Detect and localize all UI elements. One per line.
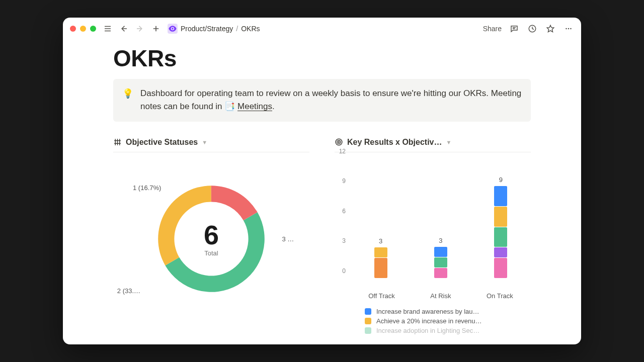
favorite-icon[interactable] xyxy=(545,23,556,34)
target-icon xyxy=(335,138,343,146)
legend-item[interactable]: Increase brand awareness by lau… xyxy=(365,307,531,316)
bar-total-label: 9 xyxy=(499,176,503,184)
new-page-button[interactable] xyxy=(150,23,162,34)
app-window: Product/Strategy / OKRs Share OKRs 💡 xyxy=(63,18,581,344)
bar-segment[interactable] xyxy=(374,247,387,257)
bar-x-labels: Off TrackAt RiskOn Track xyxy=(351,292,531,300)
donut-total-label: Total xyxy=(204,249,219,256)
view-icon xyxy=(113,138,122,146)
legend-swatch xyxy=(365,308,371,315)
page-title: OKRs xyxy=(113,45,531,72)
legend-swatch xyxy=(365,327,371,334)
bar-segment[interactable] xyxy=(434,247,447,257)
svg-point-12 xyxy=(568,28,570,30)
window-close-icon[interactable] xyxy=(70,26,76,32)
forward-button[interactable] xyxy=(134,23,145,34)
breadcrumb-current[interactable]: OKRs xyxy=(241,25,260,33)
bar-segment[interactable] xyxy=(434,268,447,278)
bar-total-label: 3 xyxy=(439,237,442,244)
bar-chart[interactable]: 036912 339 xyxy=(335,158,531,289)
topbar-right: Share xyxy=(483,23,574,34)
bar-segment[interactable] xyxy=(434,257,447,267)
updates-icon[interactable] xyxy=(527,23,538,34)
dashboard-columns: Objective Statuses ▼ 6 Total 3 …2 (33.…1… xyxy=(113,138,531,335)
legend-label: Increase brand awareness by lau… xyxy=(376,308,479,315)
chevron-down-icon: ▼ xyxy=(202,139,207,145)
y-tick: 6 xyxy=(342,208,346,215)
legend-item[interactable]: Increase adoption in Lighting Sec… xyxy=(365,326,531,335)
share-button[interactable]: Share xyxy=(483,25,502,33)
more-icon[interactable] xyxy=(563,23,574,34)
bar-segment[interactable] xyxy=(494,227,507,247)
window-controls xyxy=(70,26,96,32)
svg-point-21 xyxy=(338,142,339,143)
bar-total-label: 3 xyxy=(379,237,382,245)
key-results-panel: Key Results x Objectiv… ▼ 036912 339 Off… xyxy=(335,138,531,335)
bar-column[interactable]: 9 xyxy=(494,186,507,278)
hamburger-icon[interactable] xyxy=(102,23,113,34)
bar-segment[interactable] xyxy=(374,258,387,278)
page-icon xyxy=(168,24,178,34)
donut-chart[interactable]: 6 Total 3 …2 (33.…1 (16.7%) xyxy=(113,158,309,319)
comments-icon[interactable] xyxy=(509,23,520,34)
legend-item[interactable]: Achieve a 20% increase in revenu… xyxy=(365,316,531,326)
objective-statuses-header[interactable]: Objective Statuses ▼ xyxy=(113,138,309,152)
svg-point-11 xyxy=(566,28,567,30)
lightbulb-icon: 💡 xyxy=(122,87,133,114)
view-title-text: Key Results x Objectiv… xyxy=(347,138,442,147)
page-body: OKRs 💡 Dashboard for operating team to r… xyxy=(63,40,581,344)
svg-point-13 xyxy=(570,28,572,30)
breadcrumb: Product/Strategy / OKRs xyxy=(168,24,260,34)
key-results-header[interactable]: Key Results x Objectiv… ▼ xyxy=(335,138,531,152)
breadcrumb-parent[interactable]: Product/Strategy xyxy=(181,25,233,33)
back-button[interactable] xyxy=(118,23,129,34)
y-tick: 12 xyxy=(339,148,346,155)
callout-text: Dashboard for operating team to review o… xyxy=(140,87,522,114)
bar-column[interactable]: 3 xyxy=(434,246,447,278)
donut-slice-label: 1 (16.7%) xyxy=(133,184,161,192)
breadcrumb-separator: / xyxy=(236,25,238,33)
svg-point-19 xyxy=(336,139,342,145)
bar-segment[interactable] xyxy=(494,186,507,206)
callout-body: Dashboard for operating team to review o… xyxy=(140,88,521,111)
donut-slice-label: 2 (33.… xyxy=(117,287,140,295)
y-tick: 9 xyxy=(342,177,346,185)
bar-column[interactable]: 3 xyxy=(374,247,387,278)
topbar: Product/Strategy / OKRs Share xyxy=(63,18,581,40)
meetings-link[interactable]: Meetings xyxy=(237,102,272,111)
x-tick-label: Off Track xyxy=(368,292,395,300)
y-tick: 0 xyxy=(342,267,346,275)
bar-segment[interactable] xyxy=(494,247,507,257)
view-title-text: Objective Statuses xyxy=(126,138,198,147)
legend-label: Achieve a 20% increase in revenu… xyxy=(376,317,482,325)
objective-statuses-panel: Objective Statuses ▼ 6 Total 3 …2 (33.…1… xyxy=(113,138,309,335)
x-tick-label: On Track xyxy=(487,292,513,300)
legend-label: Increase adoption in Lighting Sec… xyxy=(376,327,479,334)
x-tick-label: At Risk xyxy=(430,292,451,300)
y-tick: 3 xyxy=(342,237,346,244)
donut-slice-label: 3 … xyxy=(282,235,294,243)
meetings-link-icon: 📑 xyxy=(224,102,235,111)
donut-total-value: 6 xyxy=(204,221,219,248)
callout-block: 💡 Dashboard for operating team to review… xyxy=(113,79,531,122)
chevron-down-icon: ▼ xyxy=(446,139,452,145)
bar-segment[interactable] xyxy=(494,258,507,278)
legend-swatch xyxy=(365,318,371,324)
donut-slice[interactable] xyxy=(211,186,258,220)
bar-segment[interactable] xyxy=(494,207,507,227)
donut-center: 6 Total xyxy=(204,221,219,256)
window-minimize-icon[interactable] xyxy=(80,26,86,32)
svg-marker-10 xyxy=(547,25,554,32)
bar-legend: Increase brand awareness by lau…Achieve … xyxy=(365,307,531,335)
nav-controls xyxy=(102,23,162,34)
svg-point-20 xyxy=(337,140,341,144)
window-zoom-icon[interactable] xyxy=(90,26,96,32)
